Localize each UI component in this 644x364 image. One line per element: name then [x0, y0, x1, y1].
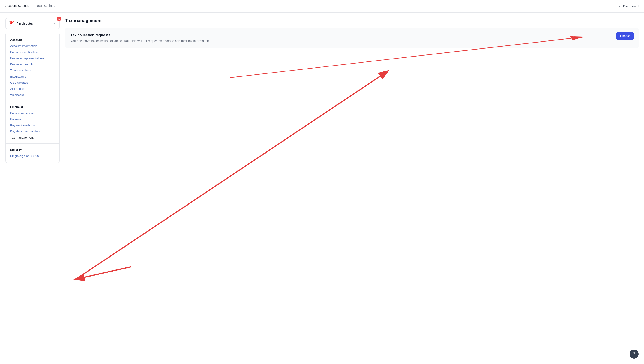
- sidebar-item-tax-management[interactable]: Tax management: [6, 135, 60, 141]
- sidebar-nav: Account Account information Business ver…: [6, 33, 60, 163]
- main-layout: 🚩 Finish setup → 1 Account Account infor…: [0, 13, 644, 364]
- help-button[interactable]: ?: [630, 349, 638, 358]
- sidebar-divider-2: [6, 143, 60, 144]
- main-content: Tax management Tax collection requests Y…: [65, 18, 638, 358]
- sidebar-item-bank-connections[interactable]: Bank connections: [6, 110, 60, 116]
- nav-tabs: Account Settings Your Settings: [6, 0, 55, 13]
- card-container: Tax collection requests You now have tax…: [65, 28, 638, 48]
- flag-icon: 🚩: [9, 21, 14, 26]
- tab-your-settings[interactable]: Your Settings: [36, 0, 55, 13]
- enable-button[interactable]: Enable: [616, 32, 634, 40]
- page-title: Tax management: [65, 18, 638, 23]
- sidebar-item-payables-vendors[interactable]: Payables and vendors: [6, 128, 60, 135]
- sidebar-item-account-information[interactable]: Account information: [6, 43, 60, 49]
- card-title: Tax collection requests: [70, 33, 633, 37]
- finish-setup-badge: 1: [57, 17, 61, 21]
- sidebar-section-account: Account: [6, 37, 60, 43]
- sidebar-section-financial: Financial: [6, 104, 60, 110]
- sidebar-divider-1: [6, 101, 60, 101]
- sidebar-item-business-representatives[interactable]: Business representatives: [6, 55, 60, 61]
- dashboard-label: Dashboard: [623, 5, 639, 8]
- sidebar-item-team-members[interactable]: Team members: [6, 67, 60, 74]
- sidebar-item-sso[interactable]: Single sign-on (SSO): [6, 153, 60, 159]
- sidebar-item-integrations[interactable]: Integrations: [6, 74, 60, 80]
- sidebar-item-balance[interactable]: Balance: [6, 116, 60, 122]
- sidebar: 🚩 Finish setup → 1 Account Account infor…: [6, 18, 60, 358]
- sidebar-item-webhooks[interactable]: Webhooks: [6, 92, 60, 98]
- sidebar-item-business-branding[interactable]: Business branding: [6, 61, 60, 67]
- card-description: You now have tax collection disabled. Ro…: [70, 39, 633, 43]
- sidebar-item-csv-uploads[interactable]: CSV uploads: [6, 80, 60, 86]
- dashboard-link[interactable]: ⌂ Dashboard: [619, 4, 638, 8]
- sidebar-section-security: Security: [6, 146, 60, 153]
- arrow-right-icon: →: [52, 22, 56, 26]
- tax-collection-card: Tax collection requests You now have tax…: [65, 28, 638, 48]
- top-nav: Account Settings Your Settings ⌂ Dashboa…: [0, 0, 644, 13]
- sidebar-item-business-verification[interactable]: Business verification: [6, 49, 60, 55]
- sidebar-item-payment-methods[interactable]: Payment methods: [6, 122, 60, 128]
- finish-setup-left: 🚩 Finish setup: [9, 21, 34, 26]
- sidebar-item-api-access[interactable]: API access: [6, 86, 60, 92]
- tab-account-settings[interactable]: Account Settings: [6, 0, 29, 13]
- finish-setup-banner[interactable]: 🚩 Finish setup → 1: [6, 18, 60, 29]
- finish-setup-label: Finish setup: [16, 22, 34, 25]
- home-icon: ⌂: [619, 4, 622, 8]
